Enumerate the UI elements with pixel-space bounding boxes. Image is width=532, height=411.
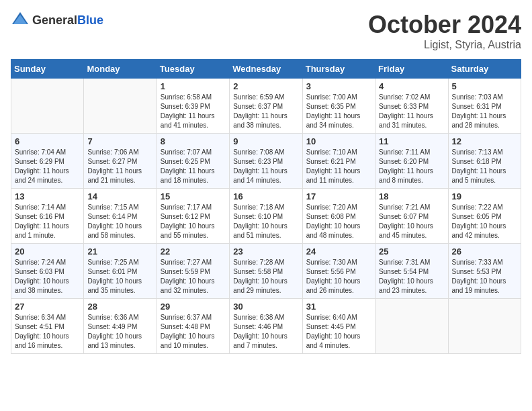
calendar-cell — [84, 79, 157, 134]
calendar-cell: 7Sunrise: 7:06 AM Sunset: 6:27 PM Daylig… — [84, 134, 157, 189]
cell-content: Sunrise: 7:04 AM Sunset: 6:29 PM Dayligh… — [15, 148, 80, 185]
cell-content: Sunrise: 6:37 AM Sunset: 4:48 PM Dayligh… — [161, 313, 226, 351]
calendar-cell: 3Sunrise: 7:00 AM Sunset: 6:35 PM Daylig… — [302, 79, 375, 134]
calendar-cell: 28Sunrise: 6:36 AM Sunset: 4:49 PM Dayli… — [84, 299, 157, 354]
calendar-day-header: Tuesday — [157, 60, 229, 79]
calendar-cell: 8Sunrise: 7:07 AM Sunset: 6:25 PM Daylig… — [157, 134, 229, 189]
day-number: 2 — [233, 81, 298, 91]
cell-content: Sunrise: 7:13 AM Sunset: 6:18 PM Dayligh… — [452, 148, 517, 185]
logo-icon — [11, 11, 30, 30]
cell-content: Sunrise: 6:36 AM Sunset: 4:49 PM Dayligh… — [87, 313, 152, 351]
calendar-cell: 19Sunrise: 7:22 AM Sunset: 6:05 PM Dayli… — [448, 189, 521, 244]
cell-content: Sunrise: 6:40 AM Sunset: 4:45 PM Dayligh… — [306, 313, 371, 351]
calendar-cell: 26Sunrise: 7:33 AM Sunset: 5:53 PM Dayli… — [448, 244, 521, 299]
day-number: 17 — [306, 191, 371, 201]
day-number: 18 — [379, 191, 444, 201]
cell-content: Sunrise: 7:31 AM Sunset: 5:54 PM Dayligh… — [379, 258, 444, 295]
cell-content: Sunrise: 7:00 AM Sunset: 6:35 PM Dayligh… — [306, 93, 371, 130]
calendar-week-row: 13Sunrise: 7:14 AM Sunset: 6:16 PM Dayli… — [11, 189, 521, 244]
cell-content: Sunrise: 7:02 AM Sunset: 6:33 PM Dayligh… — [379, 93, 444, 130]
calendar-cell: 4Sunrise: 7:02 AM Sunset: 6:33 PM Daylig… — [375, 79, 448, 134]
cell-content: Sunrise: 6:34 AM Sunset: 4:51 PM Dayligh… — [15, 313, 80, 351]
cell-content: Sunrise: 7:03 AM Sunset: 6:31 PM Dayligh… — [452, 93, 517, 130]
calendar-cell: 22Sunrise: 7:27 AM Sunset: 5:59 PM Dayli… — [157, 244, 229, 299]
day-number: 28 — [87, 302, 152, 312]
calendar-cell — [375, 299, 448, 354]
calendar-cell: 12Sunrise: 7:13 AM Sunset: 6:18 PM Dayli… — [448, 134, 521, 189]
location: Ligist, Styria, Austria — [368, 39, 521, 51]
calendar-cell: 11Sunrise: 7:11 AM Sunset: 6:20 PM Dayli… — [375, 134, 448, 189]
day-number: 26 — [452, 246, 517, 257]
calendar-cell: 27Sunrise: 6:34 AM Sunset: 4:51 PM Dayli… — [11, 299, 84, 354]
calendar-cell: 29Sunrise: 6:37 AM Sunset: 4:48 PM Dayli… — [157, 299, 229, 354]
cell-content: Sunrise: 7:14 AM Sunset: 6:16 PM Dayligh… — [15, 203, 80, 240]
calendar-day-header: Sunday — [11, 60, 84, 79]
calendar-cell: 16Sunrise: 7:18 AM Sunset: 6:10 PM Dayli… — [230, 189, 302, 244]
calendar-cell: 9Sunrise: 7:08 AM Sunset: 6:23 PM Daylig… — [230, 134, 302, 189]
calendar-table: SundayMondayTuesdayWednesdayThursdayFrid… — [11, 59, 521, 354]
cell-content: Sunrise: 6:38 AM Sunset: 4:46 PM Dayligh… — [233, 313, 298, 351]
day-number: 10 — [306, 136, 371, 146]
day-number: 16 — [233, 191, 298, 201]
cell-content: Sunrise: 7:17 AM Sunset: 6:12 PM Dayligh… — [161, 203, 226, 240]
calendar-cell: 23Sunrise: 7:28 AM Sunset: 5:58 PM Dayli… — [230, 244, 302, 299]
cell-content: Sunrise: 7:22 AM Sunset: 6:05 PM Dayligh… — [452, 203, 517, 240]
cell-content: Sunrise: 6:59 AM Sunset: 6:37 PM Dayligh… — [233, 93, 298, 130]
day-number: 31 — [306, 302, 371, 312]
calendar-cell: 5Sunrise: 7:03 AM Sunset: 6:31 PM Daylig… — [448, 79, 521, 134]
day-number: 6 — [15, 136, 80, 146]
day-number: 12 — [452, 136, 517, 146]
calendar-cell: 31Sunrise: 6:40 AM Sunset: 4:45 PM Dayli… — [302, 299, 375, 354]
calendar-cell: 18Sunrise: 7:21 AM Sunset: 6:07 PM Dayli… — [375, 189, 448, 244]
day-number: 1 — [161, 81, 226, 91]
day-number: 15 — [161, 191, 226, 201]
cell-content: Sunrise: 7:20 AM Sunset: 6:08 PM Dayligh… — [306, 203, 371, 240]
cell-content: Sunrise: 7:28 AM Sunset: 5:58 PM Dayligh… — [233, 258, 298, 295]
calendar-cell: 1Sunrise: 6:58 AM Sunset: 6:39 PM Daylig… — [157, 79, 229, 134]
calendar-day-header: Thursday — [302, 60, 375, 79]
calendar-cell: 20Sunrise: 7:24 AM Sunset: 6:03 PM Dayli… — [11, 244, 84, 299]
day-number: 22 — [161, 246, 226, 257]
day-number: 3 — [306, 81, 371, 91]
day-number: 7 — [87, 136, 152, 146]
day-number: 14 — [87, 191, 152, 201]
logo-text-blue: Blue — [77, 13, 103, 27]
calendar-header-row: SundayMondayTuesdayWednesdayThursdayFrid… — [11, 60, 521, 79]
logo: GeneralBlue — [11, 11, 103, 30]
day-number: 21 — [87, 246, 152, 257]
header: GeneralBlue October 2024 Ligist, Styria,… — [11, 11, 521, 51]
day-number: 30 — [233, 302, 298, 312]
calendar-cell: 24Sunrise: 7:30 AM Sunset: 5:56 PM Dayli… — [302, 244, 375, 299]
calendar-cell: 15Sunrise: 7:17 AM Sunset: 6:12 PM Dayli… — [157, 189, 229, 244]
calendar-cell: 13Sunrise: 7:14 AM Sunset: 6:16 PM Dayli… — [11, 189, 84, 244]
calendar-day-header: Monday — [84, 60, 157, 79]
calendar-cell: 2Sunrise: 6:59 AM Sunset: 6:37 PM Daylig… — [230, 79, 302, 134]
calendar-cell: 30Sunrise: 6:38 AM Sunset: 4:46 PM Dayli… — [230, 299, 302, 354]
cell-content: Sunrise: 7:25 AM Sunset: 6:01 PM Dayligh… — [87, 258, 152, 295]
calendar-cell — [448, 299, 521, 354]
day-number: 20 — [15, 246, 80, 257]
cell-content: Sunrise: 7:30 AM Sunset: 5:56 PM Dayligh… — [306, 258, 371, 295]
calendar-day-header: Saturday — [448, 60, 521, 79]
day-number: 5 — [452, 81, 517, 91]
calendar-cell: 21Sunrise: 7:25 AM Sunset: 6:01 PM Dayli… — [84, 244, 157, 299]
day-number: 24 — [306, 246, 371, 257]
cell-content: Sunrise: 7:07 AM Sunset: 6:25 PM Dayligh… — [161, 148, 226, 185]
cell-content: Sunrise: 7:08 AM Sunset: 6:23 PM Dayligh… — [233, 148, 298, 185]
day-number: 9 — [233, 136, 298, 146]
day-number: 25 — [379, 246, 444, 257]
day-number: 11 — [379, 136, 444, 146]
day-number: 19 — [452, 191, 517, 201]
day-number: 13 — [15, 191, 80, 201]
cell-content: Sunrise: 7:27 AM Sunset: 5:59 PM Dayligh… — [161, 258, 226, 295]
title-area: October 2024 Ligist, Styria, Austria — [368, 11, 521, 51]
cell-content: Sunrise: 7:06 AM Sunset: 6:27 PM Dayligh… — [87, 148, 152, 185]
day-number: 4 — [379, 81, 444, 91]
calendar-cell: 6Sunrise: 7:04 AM Sunset: 6:29 PM Daylig… — [11, 134, 84, 189]
calendar-cell: 17Sunrise: 7:20 AM Sunset: 6:08 PM Dayli… — [302, 189, 375, 244]
cell-content: Sunrise: 7:15 AM Sunset: 6:14 PM Dayligh… — [87, 203, 152, 240]
cell-content: Sunrise: 7:33 AM Sunset: 5:53 PM Dayligh… — [452, 258, 517, 295]
month-title: October 2024 — [368, 11, 521, 39]
calendar-day-header: Friday — [375, 60, 448, 79]
calendar-day-header: Wednesday — [230, 60, 302, 79]
